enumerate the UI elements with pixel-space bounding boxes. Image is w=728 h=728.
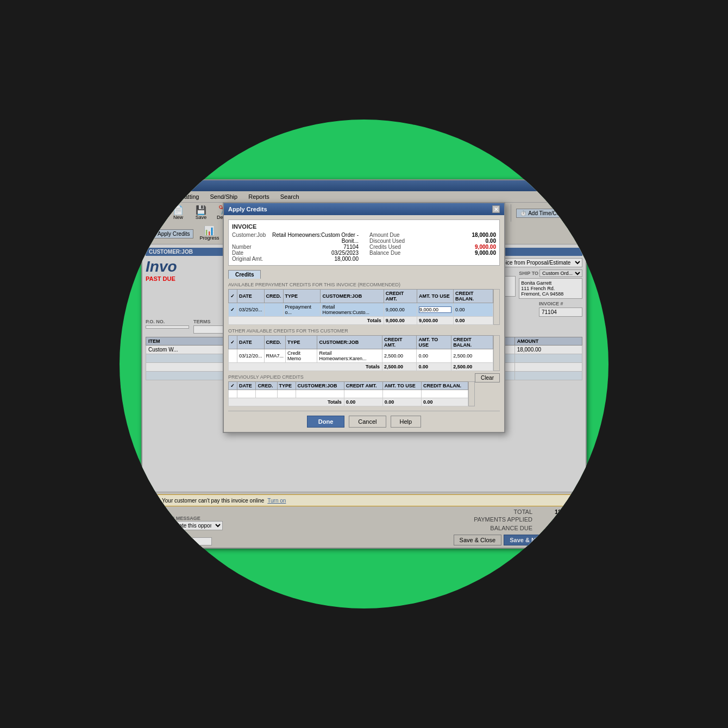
- col-amt-to-use: AMT. TO USE: [417, 336, 451, 349]
- amt-to-use-cell: 0.00: [417, 349, 451, 363]
- other-credits-scrollbar[interactable]: [493, 335, 500, 371]
- check-cell: ✓: [229, 303, 237, 317]
- credit-balan-cell: 0.00: [453, 303, 493, 317]
- previously-applied-table: ✓ DATE CRED. TYPE CUSTOMER:JOB CREDIT AM…: [228, 381, 468, 406]
- col-customer-job: CUSTOMER:JOB: [296, 382, 344, 390]
- invoice-info-grid: Customer:Job Retail Homeowners:Custom Or…: [232, 232, 496, 262]
- balance-due-info-value: 9,000.00: [453, 250, 496, 256]
- col-credit-amt: CREDIT AMT.: [344, 382, 382, 390]
- number-info-value: 71104: [315, 244, 359, 250]
- col-type: TYPE: [283, 290, 321, 303]
- col-amt-to-use: AMT. TO USE: [382, 382, 421, 390]
- credits-tab: Credits: [228, 270, 500, 279]
- discount-used-label: Discount Used: [369, 238, 405, 244]
- clear-button[interactable]: Clear: [475, 373, 500, 382]
- other-credits-table-container: ✓ DATE CRED. TYPE CUSTOMER:JOB CREDIT AM…: [228, 335, 500, 371]
- dialog-title-bar: Apply Credits ✕: [224, 203, 504, 215]
- totals-label-cell: Totals: [229, 398, 344, 406]
- prepayment-scrollbar[interactable]: [493, 289, 500, 325]
- amt-to-use-input: [419, 306, 451, 313]
- date-info-row: Date 03/25/2023: [232, 250, 359, 256]
- type-cell: Prepayment o...: [283, 303, 321, 317]
- original-amt-value: 18,000.00: [315, 256, 359, 262]
- customer-job-info-label: Customer:Job: [232, 232, 266, 244]
- col-cred: CRED.: [264, 336, 286, 349]
- dialog-buttons: Done Cancel Help: [228, 411, 500, 428]
- original-amt-row: Original Amt. 18,000.00: [232, 256, 359, 262]
- number-row: Number 71104: [232, 244, 359, 250]
- totals-credit-amt: 0.00: [344, 398, 382, 406]
- help-button[interactable]: Help: [391, 416, 422, 428]
- col-credit-balan: CREDIT BALAN.: [451, 336, 493, 349]
- credit-amt-cell: 9,000.00: [384, 303, 417, 317]
- invoice-section-title: INVOICE: [232, 223, 496, 230]
- dialog-overlay: Apply Credits ✕ INVOICE Customer:Job Ret…: [142, 180, 586, 548]
- previously-applied-section: PREVIOUSLY APPLIED CREDITS ✓ DATE CRED. …: [228, 374, 500, 406]
- col-credit-balan: CREDIT BALAN.: [422, 382, 468, 390]
- cancel-button[interactable]: Cancel: [349, 416, 386, 428]
- date-cell: 03/25/20...: [237, 303, 265, 317]
- col-credit-amt: CREDIT AMT.: [384, 290, 417, 303]
- prev-applied-totals-row: Totals 0.00 0.00 0.00: [229, 398, 468, 406]
- apply-credits-dialog: Apply Credits ✕ INVOICE Customer:Job Ret…: [223, 202, 505, 433]
- col-credit-amt: CREDIT AMT.: [382, 336, 417, 349]
- totals-credit-amt: 9,000.00: [384, 317, 417, 325]
- totals-label-cell: Totals: [229, 363, 382, 371]
- original-amt-label: Original Amt.: [232, 256, 263, 262]
- invoice-right-col: Amount Due 18,000.00 Discount Used 0.00 …: [369, 232, 496, 262]
- col-type: TYPE: [286, 336, 317, 349]
- other-credits-title: OTHER AVAILABLE CREDITS FOR THIS CUSTOME…: [228, 328, 500, 334]
- done-button[interactable]: Done: [307, 416, 345, 428]
- other-credits-totals-row: Totals 2,500.00 0.00 2,500.00: [229, 363, 493, 371]
- col-amt-to-use: AMT. TO USE: [417, 290, 453, 303]
- customer-job-cell: Retail Homeowners:Karen...: [317, 349, 382, 363]
- col-date: DATE: [237, 382, 256, 390]
- col-credit-balan: CREDIT BALAN.: [453, 290, 493, 303]
- prev-applied-scrollbar[interactable]: [468, 381, 475, 406]
- credits-tab-label[interactable]: Credits: [228, 270, 261, 279]
- prepayment-title: AVAILABLE PREPAYMENT CREDITS FOR THIS IN…: [228, 282, 500, 287]
- invoice-left-col: Customer:Job Retail Homeowners:Custom Or…: [232, 232, 359, 262]
- prepayment-table-container: ✓ DATE CRED. TYPE CUSTOMER:JOB CREDIT AM…: [228, 289, 500, 325]
- prepayment-row[interactable]: ✓ 03/25/20... Prepayment o... Retail Hom…: [229, 303, 493, 317]
- dialog-close-button[interactable]: ✕: [492, 205, 500, 213]
- cred-cell: RMA7...: [264, 349, 286, 363]
- other-credits-table: ✓ DATE CRED. TYPE CUSTOMER:JOB CREDIT AM…: [228, 335, 493, 371]
- customer-job-info-value: Retail Homeowners:Custom Order - Bonit..…: [266, 232, 359, 244]
- col-check: ✓: [229, 336, 237, 349]
- credits-used-row: Credits Used 9,000.00: [369, 244, 496, 250]
- totals-credit-balan: 0.00: [422, 398, 468, 406]
- amount-due-value: 18,000.00: [453, 232, 496, 238]
- number-info-label: Number: [232, 244, 252, 250]
- previously-applied-title: PREVIOUSLY APPLIED CREDITS: [228, 374, 500, 380]
- customer-job-row: Customer:Job Retail Homeowners:Custom Or…: [232, 232, 359, 244]
- totals-credit-balan: 0.00: [453, 317, 493, 325]
- col-cred: CRED.: [256, 382, 277, 390]
- other-credit-row[interactable]: 03/12/20... RMA7... Credit Memo Retail H…: [229, 349, 493, 363]
- check-cell: [229, 349, 237, 363]
- col-check: ✓: [229, 290, 237, 303]
- prepayment-table: ✓ DATE CRED. TYPE CUSTOMER:JOB CREDIT AM…: [228, 289, 493, 325]
- app-window: Create Invoices _ □ ✕ Main Formatting Se…: [141, 179, 587, 549]
- credit-amt-cell: 2,500.00: [382, 349, 417, 363]
- credits-used-label: Credits Used: [369, 244, 401, 250]
- customer-job-cell: Retail Homeowners:Custo...: [321, 303, 384, 317]
- balance-due-info-label: Balance Due: [369, 250, 400, 256]
- prev-applied-empty-row: [229, 390, 468, 398]
- prepayment-section: AVAILABLE PREPAYMENT CREDITS FOR THIS IN…: [228, 282, 500, 325]
- balance-due-info-row: Balance Due 9,000.00: [369, 250, 496, 256]
- amount-due-label: Amount Due: [369, 232, 400, 238]
- dialog-body: INVOICE Customer:Job Retail Homeowners:C…: [224, 215, 504, 432]
- credit-balan-cell: 2,500.00: [451, 349, 493, 363]
- col-cred: CRED.: [264, 290, 283, 303]
- totals-amt-to-use: 9,000.00: [417, 317, 453, 325]
- date-info-value: 03/25/2023: [315, 250, 359, 256]
- col-type: TYPE: [277, 382, 296, 390]
- amount-due-row: Amount Due 18,000.00: [369, 232, 496, 238]
- amt-to-use-cell[interactable]: [417, 303, 453, 317]
- totals-amt-to-use: 0.00: [382, 398, 421, 406]
- credits-used-value: 9,000.00: [453, 244, 496, 250]
- invoice-info-section: INVOICE Customer:Job Retail Homeowners:C…: [228, 219, 500, 266]
- col-date: DATE: [237, 336, 265, 349]
- other-credits-section: OTHER AVAILABLE CREDITS FOR THIS CUSTOME…: [228, 328, 500, 371]
